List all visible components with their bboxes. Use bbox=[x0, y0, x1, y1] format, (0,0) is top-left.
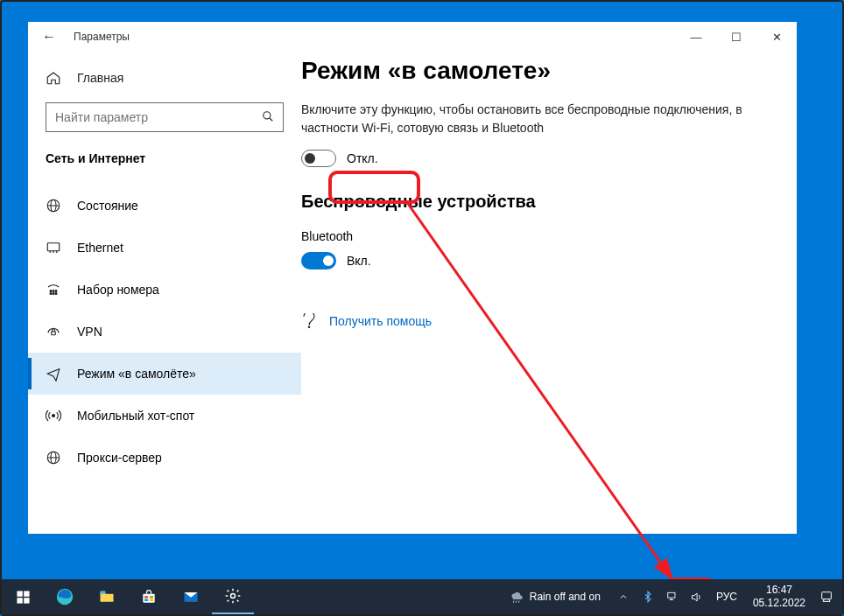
svg-rect-22 bbox=[17, 591, 22, 596]
chevron-up-icon bbox=[618, 592, 629, 602]
help-icon bbox=[301, 313, 317, 329]
svg-point-9 bbox=[50, 290, 52, 292]
help-row: Получить помощь bbox=[301, 313, 797, 329]
svg-rect-31 bbox=[144, 599, 148, 602]
wireless-heading: Беспроводные устройства bbox=[301, 192, 797, 212]
tray-network[interactable] bbox=[662, 579, 683, 614]
taskbar-store[interactable] bbox=[128, 579, 170, 614]
sidebar-item-label: Мобильный хот-спот bbox=[77, 409, 194, 423]
svg-point-10 bbox=[53, 290, 54, 292]
bluetooth-toggle[interactable] bbox=[301, 252, 336, 270]
ethernet-icon bbox=[46, 240, 61, 256]
dialup-icon bbox=[46, 282, 61, 298]
minimize-button[interactable]: — bbox=[676, 24, 716, 50]
svg-point-14 bbox=[55, 293, 57, 295]
tray-bluetooth[interactable] bbox=[637, 579, 658, 614]
maximize-button[interactable]: ☐ bbox=[716, 24, 756, 50]
airplane-toggle[interactable] bbox=[301, 150, 336, 167]
svg-rect-28 bbox=[143, 594, 154, 603]
bluetooth-icon bbox=[642, 591, 654, 603]
sidebar-item-proxy[interactable]: Прокси-сервер bbox=[28, 437, 301, 479]
svg-line-35 bbox=[513, 601, 514, 603]
tray-notifications[interactable] bbox=[816, 579, 837, 614]
sidebar-item-hotspot[interactable]: Мобильный хот-спот bbox=[28, 395, 301, 437]
svg-point-16 bbox=[53, 415, 55, 417]
globe-icon bbox=[46, 198, 61, 214]
taskbar-weather[interactable]: Rain off and on bbox=[500, 589, 609, 605]
vpn-icon bbox=[46, 324, 61, 340]
svg-rect-27 bbox=[101, 591, 106, 593]
taskbar: Rain off and on РУС 16:47 05.12.2022 bbox=[2, 579, 842, 614]
svg-point-11 bbox=[55, 290, 57, 292]
svg-point-12 bbox=[50, 293, 52, 295]
bluetooth-label: Bluetooth bbox=[301, 229, 797, 243]
weather-text: Rain off and on bbox=[530, 591, 601, 603]
bluetooth-toggle-row: Вкл. bbox=[301, 252, 797, 270]
svg-point-34 bbox=[231, 594, 236, 598]
tray-volume[interactable] bbox=[686, 579, 707, 614]
airplane-description: Включите эту функцию, чтобы остановить в… bbox=[301, 101, 756, 137]
windows-icon bbox=[16, 590, 31, 605]
svg-rect-41 bbox=[822, 592, 832, 599]
svg-rect-38 bbox=[668, 592, 675, 598]
edge-icon bbox=[55, 587, 74, 606]
notification-icon bbox=[819, 590, 833, 604]
svg-point-13 bbox=[53, 293, 54, 295]
sidebar-item-label: VPN bbox=[77, 325, 102, 339]
weather-icon bbox=[509, 589, 524, 605]
sidebar-search[interactable] bbox=[46, 102, 284, 132]
bluetooth-toggle-state: Вкл. bbox=[347, 254, 371, 268]
titlebar: ← Параметры — ☐ ✕ bbox=[28, 22, 797, 52]
clock-time: 16:47 bbox=[753, 584, 805, 597]
svg-rect-30 bbox=[150, 596, 153, 598]
svg-line-37 bbox=[518, 601, 519, 603]
svg-rect-15 bbox=[52, 332, 56, 335]
back-button[interactable]: ← bbox=[28, 29, 70, 45]
help-link[interactable]: Получить помощь bbox=[329, 314, 432, 328]
airplane-toggle-row: Откл. bbox=[301, 150, 797, 167]
home-icon bbox=[46, 70, 61, 86]
tray-clock[interactable]: 16:47 05.12.2022 bbox=[746, 584, 812, 610]
search-input[interactable] bbox=[46, 110, 253, 124]
svg-rect-5 bbox=[47, 243, 60, 251]
sidebar-item-vpn[interactable]: VPN bbox=[28, 311, 301, 353]
taskbar-settings[interactable] bbox=[212, 579, 254, 614]
network-icon bbox=[665, 591, 679, 603]
sidebar-home[interactable]: Главная bbox=[28, 60, 301, 95]
window-title: Параметры bbox=[70, 31, 130, 43]
main-panel: Режим «в самолете» Включите эту функцию,… bbox=[301, 52, 797, 534]
sidebar-home-label: Главная bbox=[77, 71, 123, 85]
svg-point-0 bbox=[264, 111, 271, 118]
taskbar-explorer[interactable] bbox=[86, 579, 128, 614]
sidebar-item-label: Прокси-сервер bbox=[77, 451, 162, 465]
sidebar-category: Сеть и Интернет bbox=[28, 151, 301, 185]
search-icon bbox=[253, 110, 283, 125]
hotspot-icon bbox=[46, 408, 61, 424]
gear-icon bbox=[224, 587, 242, 605]
svg-rect-24 bbox=[17, 598, 22, 603]
sidebar-item-status[interactable]: Состояние bbox=[28, 185, 301, 227]
sidebar-item-dialup[interactable]: Набор номера bbox=[28, 269, 301, 311]
proxy-icon bbox=[46, 450, 61, 466]
sidebar: Главная Сеть и Интернет Состояние Ethern… bbox=[28, 52, 301, 534]
svg-rect-23 bbox=[24, 591, 29, 596]
sidebar-item-label: Режим «в самолёте» bbox=[77, 367, 196, 381]
sidebar-item-label: Ethernet bbox=[77, 241, 123, 255]
close-button[interactable]: ✕ bbox=[756, 24, 797, 50]
svg-line-1 bbox=[270, 117, 273, 121]
taskbar-mail[interactable] bbox=[170, 579, 212, 614]
start-button[interactable] bbox=[2, 579, 44, 614]
tray-language[interactable]: РУС bbox=[711, 591, 742, 603]
volume-icon bbox=[690, 591, 703, 604]
airplane-icon bbox=[46, 366, 61, 382]
mail-icon bbox=[182, 588, 200, 606]
folder-icon bbox=[98, 588, 116, 606]
page-title: Режим «в самолете» bbox=[301, 57, 797, 85]
settings-window: ← Параметры — ☐ ✕ Главная Сеть и Интерне… bbox=[28, 22, 797, 534]
sidebar-item-label: Состояние bbox=[77, 199, 138, 213]
tray-chevron[interactable] bbox=[613, 579, 634, 614]
sidebar-item-ethernet[interactable]: Ethernet bbox=[28, 227, 301, 269]
svg-rect-32 bbox=[150, 599, 153, 602]
taskbar-edge[interactable] bbox=[44, 579, 86, 614]
sidebar-item-airplane[interactable]: Режим «в самолёте» bbox=[28, 353, 301, 395]
